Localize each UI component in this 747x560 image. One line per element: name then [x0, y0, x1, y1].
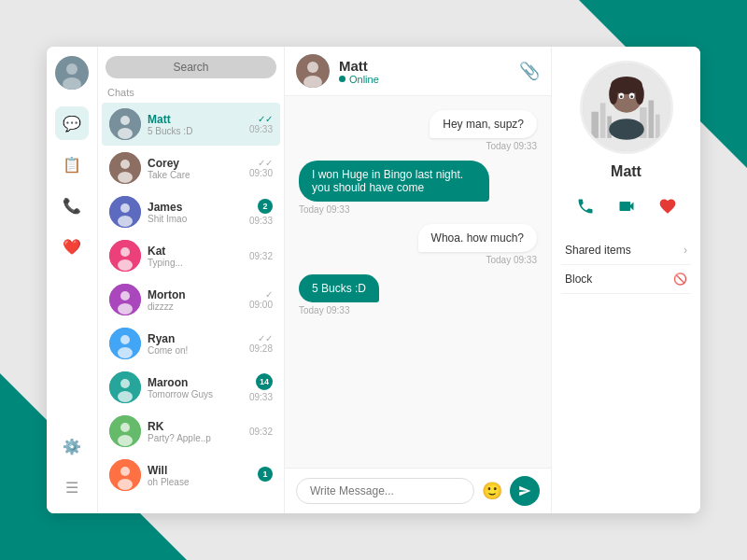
chat-preview-corey: Take Care: [148, 170, 246, 180]
svg-rect-39: [655, 115, 660, 138]
chat-header-icons: 📎: [519, 61, 540, 81]
favorite-button[interactable]: [653, 191, 683, 221]
profile-option-icon-block: 🚫: [673, 273, 687, 286]
chat-header: Matt Online 📎: [285, 47, 551, 96]
chat-meta-ryan: ✓✓ 09:28: [249, 333, 273, 354]
svg-point-43: [635, 84, 643, 105]
chat-list-item-will[interactable]: Will oh Please 1: [102, 454, 280, 497]
message-row-1: Hey man, supz? Today 09:33: [299, 110, 537, 151]
message-row-3: Whoa. how much? Today 09:33: [299, 224, 537, 265]
profile-option-icon-shared: ›: [684, 244, 687, 257]
nav-calls-icon[interactable]: 📞: [55, 189, 89, 222]
chat-name-james: James: [148, 201, 246, 214]
chat-items-list: Matt 5 Bucks :D ✓✓ 09:33 Corey Take Care…: [98, 102, 284, 513]
profile-option-shared[interactable]: Shared items ›: [561, 236, 691, 265]
chat-meta-rk: 09:32: [249, 427, 273, 437]
profile-options: Shared items › Block 🚫: [561, 236, 691, 294]
svg-rect-38: [648, 100, 654, 137]
chat-name-kat: Kat: [148, 245, 246, 258]
chat-list-item-ryan[interactable]: Ryan Come on! ✓✓ 09:28: [102, 322, 280, 365]
svg-point-28: [120, 467, 130, 476]
chat-preview-will: oh Please: [148, 477, 254, 487]
message-time-3: Today 09:33: [486, 255, 538, 265]
svg-point-4: [120, 116, 130, 125]
message-row-2: I won Huge in Bingo last night. you shou…: [299, 161, 537, 215]
svg-point-26: [118, 435, 133, 446]
chat-preview-ryan: Come on!: [148, 345, 246, 356]
chat-info-morton: Morton dizzzz: [148, 288, 246, 312]
message-bubble-3: Whoa. how much?: [418, 224, 537, 252]
chat-contact-status: Online: [339, 74, 519, 85]
chat-name-morton: Morton: [148, 288, 246, 301]
chat-name-corey: Corey: [148, 157, 246, 170]
user-avatar[interactable]: [55, 56, 89, 90]
chat-meta-corey: ✓✓ 09:30: [249, 158, 273, 178]
chat-info-rk: RK Party? Apple..p: [148, 420, 246, 443]
chat-preview-rk: Party? Apple..p: [148, 433, 246, 443]
attachment-icon[interactable]: 📎: [519, 61, 540, 81]
nav-menu-icon[interactable]: ☰: [55, 470, 89, 504]
emoji-button[interactable]: 🙂: [482, 481, 502, 501]
chat-avatar-kat: [109, 240, 141, 272]
chat-header-info: Matt Online: [339, 58, 519, 85]
svg-point-25: [120, 423, 130, 432]
chat-list-item-maroon[interactable]: Maroon Tomorrow Guys 14 09:33: [102, 366, 280, 409]
chat-info-ryan: Ryan Come on!: [148, 332, 246, 356]
nav-contacts-icon[interactable]: 📋: [55, 147, 89, 181]
chat-info-james: James Shit Imao: [148, 201, 246, 224]
svg-rect-35: [599, 103, 605, 138]
search-bar[interactable]: Search: [106, 56, 276, 78]
svg-point-31: [307, 62, 318, 73]
message-bubble-1: Hey man, supz?: [430, 110, 537, 138]
chat-meta-kat: 09:32: [249, 251, 273, 261]
chat-list-item-morton[interactable]: Morton dizzzz ✓ 09:00: [102, 278, 280, 321]
chat-list-item-rk[interactable]: RK Party? Apple..p 09:32: [102, 410, 280, 453]
svg-point-19: [120, 335, 130, 344]
message-bubble-2: I won Huge in Bingo last night. you shou…: [299, 161, 489, 202]
chat-name-matt: Matt: [148, 113, 246, 126]
chat-avatar-morton: [109, 284, 141, 315]
chat-avatar-will: [109, 459, 141, 491]
chat-name-will: Will: [148, 464, 254, 477]
status-indicator: [339, 76, 345, 82]
chat-meta-matt: ✓✓ 09:33: [249, 114, 273, 134]
chat-avatar-ryan: [109, 328, 141, 359]
video-call-button[interactable]: [612, 191, 641, 221]
chat-info-corey: Corey Take Care: [148, 157, 246, 180]
svg-point-48: [609, 119, 644, 140]
chat-name-rk: RK: [148, 420, 246, 433]
profile-avatar: [580, 61, 673, 154]
chat-list-item-james[interactable]: James Shit Imao 2 09:33: [102, 190, 280, 233]
chat-info-matt: Matt 5 Bucks :D: [148, 113, 246, 136]
message-bubble-4: 5 Bucks :D: [299, 274, 379, 302]
main-window: 💬 📋 📞 ❤️ ⚙️ ☰ Search Chats Matt 5 Bucks …: [47, 47, 700, 513]
svg-point-29: [118, 479, 133, 490]
message-row-4: 5 Bucks :D Today 09:33: [299, 274, 537, 315]
chat-preview-kat: Typing...: [148, 258, 246, 268]
chat-list-item-kat[interactable]: Kat Typing... 09:32: [102, 234, 280, 277]
call-button[interactable]: [571, 191, 600, 221]
svg-point-8: [118, 172, 133, 183]
nav-messages-icon[interactable]: 💬: [55, 106, 89, 140]
chat-preview-matt: 5 Bucks :D: [148, 126, 246, 136]
profile-name: Matt: [611, 163, 641, 180]
nav-settings-icon[interactable]: ⚙️: [55, 429, 89, 463]
svg-point-1: [66, 63, 78, 75]
chat-preview-james: Shit Imao: [148, 214, 246, 224]
chat-avatar-james: [109, 196, 141, 228]
chat-list-item-corey[interactable]: Corey Take Care ✓✓ 09:30: [102, 147, 280, 189]
nav-favorites-icon[interactable]: ❤️: [55, 230, 89, 263]
message-time-2: Today 09:33: [299, 204, 350, 215]
chat-meta-morton: ✓ 09:00: [249, 289, 273, 310]
chat-info-will: Will oh Please: [148, 464, 254, 487]
svg-point-22: [120, 379, 130, 388]
send-button[interactable]: [510, 476, 540, 506]
svg-point-23: [118, 391, 133, 402]
message-input[interactable]: [296, 478, 474, 504]
left-nav: 💬 📋 📞 ❤️ ⚙️ ☰: [47, 47, 98, 513]
chat-list-item-matt[interactable]: Matt 5 Bucks :D ✓✓ 09:33: [102, 103, 280, 146]
profile-option-block[interactable]: Block 🚫: [561, 265, 691, 294]
chat-preview-morton: dizzzz: [148, 301, 246, 312]
chat-name-ryan: Ryan: [148, 332, 246, 345]
message-time-4: Today 09:33: [299, 305, 350, 315]
